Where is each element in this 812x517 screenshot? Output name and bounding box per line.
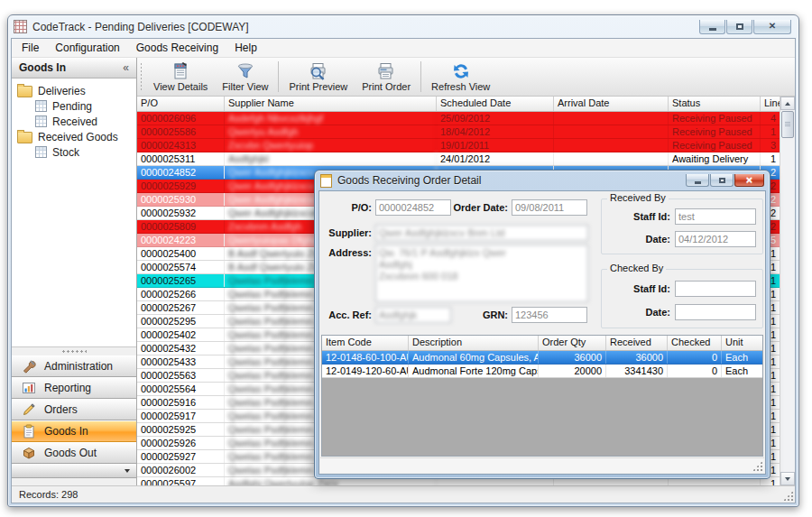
cell-po: 0000024313 xyxy=(137,139,225,152)
cell-po: 0000025932 xyxy=(137,207,225,219)
toolbar-button-label: Print Order xyxy=(362,81,411,92)
items-column-header-order-qty[interactable]: Order Qty xyxy=(539,336,606,350)
items-column-header-received[interactable]: Received xyxy=(606,336,668,350)
tree-item-label: Pending xyxy=(52,100,92,113)
column-header-scheduled-date[interactable]: Scheduled Date xyxy=(437,97,554,111)
tree-item-received[interactable]: Received xyxy=(12,114,136,129)
cell-scheduled-date: 18/04/2012 xyxy=(437,125,554,138)
tree-item-received-goods[interactable]: Received Goods xyxy=(12,129,136,144)
items-column-header-unit[interactable]: Unit xyxy=(722,336,762,350)
nav-button-administration[interactable]: Administration xyxy=(12,355,136,377)
nav-button-orders[interactable]: Orders xyxy=(12,399,136,420)
dialog-titlebar[interactable]: Goods Receiving Order Detail ✕ xyxy=(315,171,770,190)
toolbar-button-print-order[interactable]: Print Order xyxy=(355,58,418,96)
cell-lines: 1 xyxy=(761,125,780,138)
checked-date-label: Date: xyxy=(605,307,670,318)
column-header-status[interactable]: Status xyxy=(669,97,761,111)
table-row[interactable]: 0000024313Zxcvbn Qwertyuiop19/01/2011Rec… xyxy=(137,139,780,152)
checked-date-field[interactable] xyxy=(675,304,756,320)
nav-button-label: Goods In xyxy=(44,425,88,438)
maximize-button[interactable] xyxy=(726,20,752,34)
cell-po: 0000025563 xyxy=(137,369,225,382)
items-column-header-item-code[interactable]: Item Code xyxy=(322,336,409,350)
received-staff-id-field[interactable]: test xyxy=(675,208,756,225)
tree-item-stock[interactable]: Stock xyxy=(12,144,136,160)
dialog-minimize-button[interactable] xyxy=(686,174,709,187)
scrollbar-track[interactable] xyxy=(780,139,795,472)
table-row[interactable]: 0000025311Asdfghjkl24/01/2012Awaiting De… xyxy=(137,152,780,166)
acc-ref-label: Acc. Ref: xyxy=(319,309,372,320)
minimize-button[interactable] xyxy=(699,20,725,34)
cell-po: 0000025597 xyxy=(137,477,225,485)
item-cell-item-code: 12-0149-120-60-AUD xyxy=(322,365,409,377)
table-header: P/OSupplier NameScheduled DateArrival Da… xyxy=(137,97,780,112)
table-row[interactable]: 0000026096Asdefgh Nbvcxzlkjhgf25/09/2012… xyxy=(137,112,780,125)
cell-po: 0000025433 xyxy=(137,355,225,368)
toolbar-button-filter-view[interactable]: Filter View xyxy=(215,58,275,96)
tree-item-label: Received xyxy=(52,115,97,128)
order-date-field[interactable]: 09/08/2011 xyxy=(512,199,587,216)
resize-grip[interactable] xyxy=(783,491,793,501)
tree-item-pending[interactable]: Pending xyxy=(12,98,136,114)
sidebar-splitter[interactable] xyxy=(12,346,136,355)
toolbar-separator xyxy=(278,61,279,92)
received-date-field[interactable]: 04/12/2012 xyxy=(675,231,756,247)
menu-item-file[interactable]: File xyxy=(14,40,47,56)
address-field[interactable]: Qw. 76/1 P Asdfghjklzx QwerAsdfghjZxcvbn… xyxy=(375,245,588,302)
toolbar-button-view-details[interactable]: View Details xyxy=(146,58,215,96)
column-header-p-o[interactable]: P/O xyxy=(137,97,225,111)
dialog-maximize-button[interactable] xyxy=(710,174,734,187)
order-items-grid: Item CodeDescriptionOrder QtyReceivedChe… xyxy=(321,335,763,457)
scroll-down-button[interactable] xyxy=(780,472,795,485)
item-row[interactable]: 12-0149-120-60-AUDAudmonal Forte 120mg C… xyxy=(322,365,762,378)
received-by-group: Received By Staff Id: test Date: 04/12/2… xyxy=(601,198,763,254)
tree-item-deliveries[interactable]: Deliveries xyxy=(12,83,136,98)
sidebar-header-label: Goods In xyxy=(19,61,66,74)
toolbar-button-refresh-view[interactable]: Refresh View xyxy=(424,58,497,96)
acc-ref-field[interactable]: Asdfghjk xyxy=(375,307,451,323)
items-column-header-description[interactable]: Description xyxy=(409,336,539,350)
vertical-scrollbar[interactable] xyxy=(780,97,795,485)
table-row[interactable]: 0000025586Qwertyu Asdfgh18/04/2012Receiv… xyxy=(137,125,780,139)
titlebar[interactable]: CodeTrack - Pending Deliveries [CODEWAY]… xyxy=(8,15,798,38)
cell-supplier: Asdefgh Nbvcxzlkjhgf xyxy=(225,112,437,125)
menu-item-help[interactable]: Help xyxy=(226,40,265,56)
chart-icon xyxy=(20,381,38,395)
column-header-arrival-date[interactable]: Arrival Date xyxy=(554,97,669,111)
cell-status: Receiving Paused xyxy=(669,139,761,152)
checked-by-group: Checked By Staff Id: Date: xyxy=(601,269,763,328)
checked-staff-id-field[interactable] xyxy=(675,281,756,297)
nav-button-goods-in[interactable]: Goods In xyxy=(12,420,136,442)
cell-po: 0000025265 xyxy=(137,274,225,287)
scrollbar-thumb[interactable] xyxy=(781,111,794,138)
dialog-close-button[interactable]: ✕ xyxy=(734,174,764,187)
grn-field[interactable]: 123456 xyxy=(512,307,587,323)
triangle-up-icon xyxy=(785,102,790,106)
nav-button-goods-out[interactable]: Goods Out xyxy=(12,442,136,464)
dialog-resize-grip[interactable] xyxy=(752,461,762,471)
goods-receiving-order-detail-dialog: Goods Receiving Order Detail ✕ P/O: 0000… xyxy=(314,170,770,479)
menu-item-configuration[interactable]: Configuration xyxy=(47,40,127,56)
cell-arrival-date xyxy=(554,139,669,152)
collapse-chevron-icon[interactable]: « xyxy=(123,61,129,74)
item-cell-description: Audmonal 60mg Capsules, Alv... xyxy=(409,351,539,364)
menu-item-goods-receiving[interactable]: Goods Receiving xyxy=(128,40,226,56)
column-header-supplier-name[interactable]: Supplier Name xyxy=(225,97,437,111)
nav-options-strip[interactable] xyxy=(12,464,136,478)
toolbar-button-print-preview[interactable]: Print Preview xyxy=(281,58,355,96)
close-button[interactable]: ✕ xyxy=(753,20,791,34)
nav-button-reporting[interactable]: Reporting xyxy=(12,377,136,399)
dialog-body: P/O: 0000024852 Order Date: 09/08/2011 S… xyxy=(318,190,766,475)
column-header-lines[interactable]: Lines xyxy=(761,97,780,111)
supplier-field[interactable]: Qwer Asdfghjklzxcv Bnm Ltd xyxy=(375,225,588,241)
sidebar-header: Goods In « xyxy=(12,58,136,78)
cell-status: Receiving Paused xyxy=(669,125,761,138)
cell-status: Receiving Paused xyxy=(669,112,761,125)
po-field[interactable]: 0000024852 xyxy=(375,199,451,216)
items-column-header-checked[interactable]: Checked xyxy=(668,336,722,350)
cell-po: 0000025295 xyxy=(137,315,225,328)
scroll-up-button[interactable] xyxy=(780,97,795,110)
window-title: CodeTrack - Pending Deliveries [CODEWAY] xyxy=(32,21,698,33)
item-row[interactable]: 12-0148-60-100-AUDAudmonal 60mg Capsules… xyxy=(322,351,762,365)
cell-arrival-date xyxy=(554,152,669,165)
